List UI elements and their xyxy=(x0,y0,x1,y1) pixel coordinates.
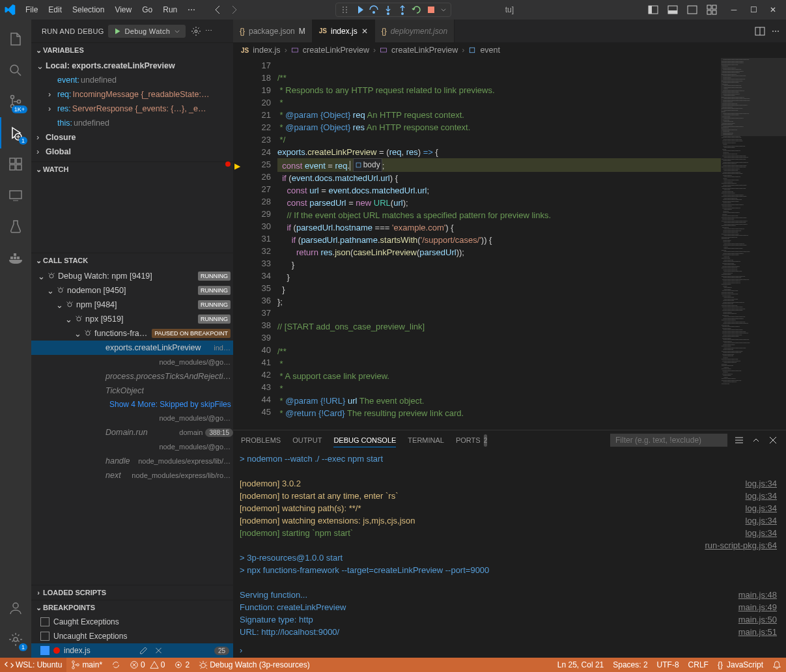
panel-tab-problems[interactable]: PROBLEMS xyxy=(241,434,281,447)
activity-docker[interactable] xyxy=(0,242,31,273)
console-input-prompt[interactable]: › xyxy=(240,644,242,656)
variable-row[interactable]: ›req: IncomingMessage {_readableState:… xyxy=(31,87,233,102)
maximize-button[interactable]: ☐ xyxy=(744,1,763,19)
step-over-icon[interactable] xyxy=(369,5,379,15)
bp-header[interactable]: ⌄BREAKPOINTS xyxy=(31,600,233,615)
activity-account[interactable] xyxy=(0,593,31,624)
step-into-icon[interactable] xyxy=(383,5,393,15)
close-tab-icon[interactable]: ✕ xyxy=(361,27,368,36)
watch-header[interactable]: ⌄WATCH xyxy=(31,162,233,176)
variable-row[interactable]: ›res: ServerResponse {_events: {…}, _e… xyxy=(31,102,233,116)
sb-sync[interactable] xyxy=(107,658,125,672)
minimap[interactable]: ▬▬▬▬▬▬▬▬▬▬▬▬▬▬▬▬▬▬▬▬▬▬▬▬▬▬▬▬▬▬▬▬▬ ▬▬▬▬▬▬… xyxy=(721,58,786,430)
activity-search[interactable] xyxy=(0,55,31,86)
stack-frame[interactable]: node_modules/@go… xyxy=(31,355,233,369)
debug-toolbar[interactable] xyxy=(335,3,451,17)
stack-frame[interactable]: nextnode_modules/express/lib/ro… xyxy=(31,468,233,483)
activity-extensions[interactable] xyxy=(0,148,31,180)
sb-problems[interactable]: 0 0 xyxy=(125,658,169,672)
activity-scm[interactable]: 1K+ xyxy=(0,86,31,117)
code-editor[interactable]: ▶ 17181920212223242526272829303132333435… xyxy=(233,58,786,430)
sb-spaces[interactable]: Spaces: 2 xyxy=(608,660,652,669)
close-button[interactable]: ✕ xyxy=(764,1,782,19)
minimize-button[interactable]: ─ xyxy=(725,1,743,19)
code-content[interactable]: /** * Responds to any HTTP request relat… xyxy=(277,58,721,430)
toggle-panel-right-icon[interactable] xyxy=(683,1,701,19)
stack-frame[interactable]: Domain.rundomain388:15 xyxy=(31,425,233,440)
nav-back-icon[interactable] xyxy=(213,5,223,15)
split-editor-icon[interactable] xyxy=(755,26,765,36)
menu-more[interactable]: ⋯ xyxy=(183,3,200,17)
close-panel-icon[interactable] xyxy=(768,435,778,445)
bp-caught[interactable]: Caught Exceptions xyxy=(31,615,233,629)
menu-file[interactable]: File xyxy=(21,3,42,17)
console-filter-input[interactable] xyxy=(610,434,727,447)
menu-go[interactable]: Go xyxy=(137,3,157,17)
panel-tab-output[interactable]: OUTPUT xyxy=(292,434,322,447)
more-icon[interactable]: ⋯ xyxy=(772,27,779,36)
sb-language[interactable]: {}JavaScript xyxy=(713,660,768,669)
collapse-panel-icon[interactable] xyxy=(751,435,761,445)
clear-console-icon[interactable] xyxy=(734,435,744,445)
more-icon[interactable]: ⋯ xyxy=(205,27,212,35)
variable-row[interactable]: event: undefined xyxy=(31,73,233,87)
activity-remote[interactable] xyxy=(0,180,31,211)
toggle-panel-bottom-icon[interactable] xyxy=(664,1,682,19)
menu-view[interactable]: View xyxy=(110,3,136,17)
activity-settings[interactable]: 1 xyxy=(0,624,31,655)
nav-forward-icon[interactable] xyxy=(229,5,239,15)
menu-run[interactable]: Run xyxy=(158,3,182,17)
scope-local[interactable]: ⌄Local: exports.createLinkPreview xyxy=(31,59,233,73)
callstack-thread[interactable]: ⌄nodemon [9450]RUNNING xyxy=(31,283,233,298)
close-icon[interactable] xyxy=(154,645,163,656)
sb-remote[interactable]: WSL: Ubuntu xyxy=(0,658,66,672)
panel-tab-debug-console[interactable]: DEBUG CONSOLE xyxy=(333,434,396,447)
toggle-panel-left-icon[interactable] xyxy=(644,1,662,19)
debug-console[interactable]: > nodemon --watch ./ --exec npm start [n… xyxy=(233,450,786,658)
stack-frame[interactable]: TickObject xyxy=(31,384,233,398)
loaded-header[interactable]: ›LOADED SCRIPTS xyxy=(31,585,233,600)
variables-header[interactable]: ⌄VARIABLES xyxy=(31,43,233,57)
variable-row[interactable]: this: undefined xyxy=(31,116,233,130)
callstack-thread[interactable]: ⌄Debug Watch: npm [9419]RUNNING xyxy=(31,269,233,283)
panel-tab-terminal[interactable]: TERMINAL xyxy=(408,434,444,447)
activity-debug[interactable]: 1 xyxy=(0,117,31,148)
minimap-slider[interactable] xyxy=(721,58,786,136)
stack-frame[interactable]: node_modules/@go… xyxy=(31,440,233,454)
stack-frame[interactable]: handlenode_modules/express/lib/… xyxy=(31,454,233,468)
editor-tab[interactable]: JSindex.js✕ xyxy=(313,20,375,42)
sb-encoding[interactable]: UTF-8 xyxy=(653,660,684,669)
sb-eol[interactable]: CRLF xyxy=(684,660,713,669)
activity-testing[interactable] xyxy=(0,211,31,242)
scope-closure[interactable]: ›Closure xyxy=(31,130,233,145)
panel-tab-ports[interactable]: PORTS 2 xyxy=(456,434,487,447)
stack-frame[interactable]: exports.createLinkPreviewind… xyxy=(31,341,233,355)
sb-notifications[interactable] xyxy=(768,660,786,669)
step-out-icon[interactable] xyxy=(397,5,408,15)
callstack-thread[interactable]: ⌄npx [9519]RUNNING xyxy=(31,312,233,326)
gear-icon[interactable] xyxy=(191,26,201,36)
activity-explorer[interactable] xyxy=(0,23,31,55)
bp-uncaught[interactable]: Uncaught Exceptions xyxy=(31,629,233,643)
sb-ports[interactable]: 2 xyxy=(169,658,194,672)
stack-frame[interactable]: node_modules/@go… xyxy=(31,411,233,425)
breadcrumb[interactable]: JS index.js› createLinkPreview› createLi… xyxy=(233,42,786,58)
callstack-header[interactable]: ⌄CALL STACK xyxy=(31,253,233,268)
continue-icon[interactable] xyxy=(354,5,365,15)
customize-layout-icon[interactable] xyxy=(703,1,721,19)
sb-debug-session[interactable]: Debug Watch (3p-resources) xyxy=(194,658,315,672)
drag-handle-icon[interactable] xyxy=(340,5,350,15)
restart-icon[interactable] xyxy=(412,5,422,15)
callstack-thread[interactable]: ⌄functions-fra…PAUSED ON BREAKPOINT xyxy=(31,326,233,341)
sb-cursor-pos[interactable]: Ln 25, Col 21 xyxy=(553,660,608,669)
editor-tab[interactable]: {}package.jsonM xyxy=(233,20,313,42)
menu-selection[interactable]: Selection xyxy=(68,3,109,17)
debug-config-selector[interactable]: Debug Watch xyxy=(108,25,186,38)
show-more-frames[interactable]: Show 4 More: Skipped by skipFiles xyxy=(31,398,233,411)
stop-icon[interactable] xyxy=(426,5,436,15)
callstack-thread[interactable]: ⌄npm [9484]RUNNING xyxy=(31,298,233,312)
scope-global[interactable]: ›Global xyxy=(31,145,233,159)
bp-file[interactable]: index.js 25 xyxy=(31,643,233,658)
editor-tab[interactable]: {}deployment.json xyxy=(375,20,455,42)
edit-icon[interactable] xyxy=(139,645,148,656)
